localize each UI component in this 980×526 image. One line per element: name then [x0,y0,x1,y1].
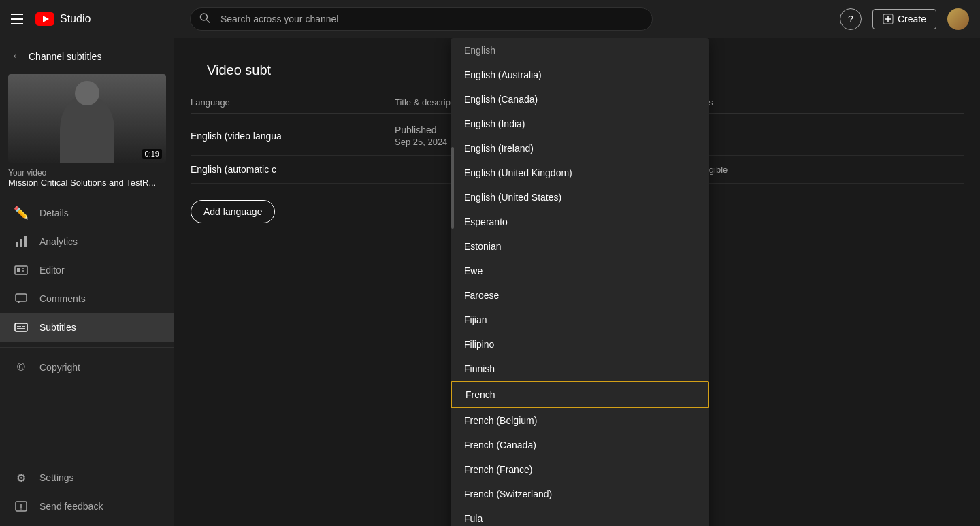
details-icon: ✏️ [14,206,29,220]
dropdown-item-french-ch[interactable]: French (Switzerland) [451,482,709,506]
youtube-logo-icon [35,12,54,26]
comments-icon [14,291,29,306]
dropdown-item-french-ca[interactable]: French (Canada) [451,433,709,457]
nav-left: Studio [11,11,91,27]
svg-line-3 [206,20,209,22]
dropdown-item-finnish[interactable]: Finnish [451,357,709,381]
language-dropdown: English English (Australia) English (Can… [451,38,709,526]
subtitles-icon [14,320,29,335]
dropdown-item-fula[interactable]: Fula [451,506,709,526]
dropdown-item-fijian[interactable]: Fijian [451,308,709,332]
video-preview: 0:19 Your video Mission Critical Solutio… [0,74,174,199]
dropdown-item-french[interactable]: French [451,381,709,408]
svg-rect-8 [20,239,22,247]
create-button[interactable]: Create [872,9,936,29]
sidebar-item-editor[interactable]: Editor [0,256,174,284]
dropdown-item-filipino[interactable]: Filipino [451,332,709,357]
editor-icon [14,263,29,278]
sidebar-divider [0,347,174,348]
dropdown-item-ewe[interactable]: Ewe [451,259,709,283]
video-duration: 0:19 [142,149,162,159]
svg-rect-11 [17,268,20,272]
settings-icon: ⚙ [14,470,29,485]
dropdown-item-english-ca[interactable]: English (Canada) [451,87,709,112]
video-thumbnail[interactable]: 0:19 [8,74,166,163]
svg-rect-10 [15,266,27,274]
dropdown-item-english-au[interactable]: English (Australia) [451,63,709,87]
svg-rect-7 [16,242,18,247]
nav-right: ? Create [840,8,969,30]
create-label: Create [898,14,926,24]
avatar[interactable] [947,8,969,30]
search-input[interactable] [190,7,653,31]
copyright-icon: © [14,360,29,375]
svg-point-22 [20,508,22,510]
subtitles-label: Subtitles [39,322,76,333]
svg-rect-14 [16,294,27,301]
comments-label: Comments [39,293,86,304]
dropdown-overlay: English English (Australia) English (Can… [174,38,980,526]
sidebar: ← Channel subtitles 0:19 Your video Miss… [0,38,174,526]
scrollbar-thumb [451,147,454,229]
dropdown-item-faroese[interactable]: Faroese [451,283,709,308]
hamburger-button[interactable] [11,11,27,27]
sidebar-item-send-feedback[interactable]: Send feedback [0,492,174,521]
create-plus-icon [883,14,894,24]
dropdown-item-english[interactable]: English [451,38,709,63]
send-feedback-icon [14,499,29,514]
dropdown-item-estonian[interactable]: Estonian [451,234,709,259]
your-video-label: Your video [8,168,166,178]
top-nav: Studio ? Create [0,0,980,38]
details-label: Details [39,208,69,218]
settings-label: Settings [39,472,74,483]
studio-label: Studio [60,13,91,25]
dropdown-item-english-us[interactable]: English (United States) [451,185,709,210]
send-feedback-label: Send feedback [39,501,103,512]
body-container: ← Channel subtitles 0:19 Your video Miss… [0,38,980,526]
dropdown-item-french-fr[interactable]: French (France) [451,457,709,482]
dropdown-item-english-ie[interactable]: English (Ireland) [451,136,709,161]
sidebar-item-analytics[interactable]: Analytics [0,227,174,256]
channel-subtitles-title: Channel subtitles [29,51,101,62]
analytics-icon [14,234,29,249]
search-icon [199,13,210,26]
dropdown-item-french-be[interactable]: French (Belgium) [451,408,709,433]
svg-rect-16 [15,323,27,331]
dropdown-item-esperanto[interactable]: Esperanto [451,210,709,234]
logo: Studio [35,12,91,26]
editor-label: Editor [39,265,65,276]
dropdown-item-english-in[interactable]: English (India) [451,112,709,136]
video-title: Mission Critical Solutions and TestR... [8,178,166,188]
search-bar [190,7,653,31]
main-content: Video subt Language Title & description … [174,38,980,526]
help-button[interactable]: ? [840,8,862,30]
copyright-label: Copyright [39,362,80,373]
svg-rect-9 [24,236,27,247]
back-arrow-icon: ← [11,49,23,63]
sidebar-item-details[interactable]: ✏️ Details [0,199,174,227]
sidebar-item-settings[interactable]: ⚙ Settings [0,463,174,492]
video-info: Your video Mission Critical Solutions an… [8,163,166,188]
channel-header[interactable]: ← Channel subtitles [0,44,174,74]
sidebar-item-comments[interactable]: Comments [0,284,174,313]
sidebar-item-copyright[interactable]: © Copyright [0,353,174,382]
analytics-label: Analytics [39,236,78,247]
sidebar-item-subtitles[interactable]: Subtitles [0,313,174,342]
dropdown-item-english-gb[interactable]: English (United Kingdom) [451,161,709,185]
